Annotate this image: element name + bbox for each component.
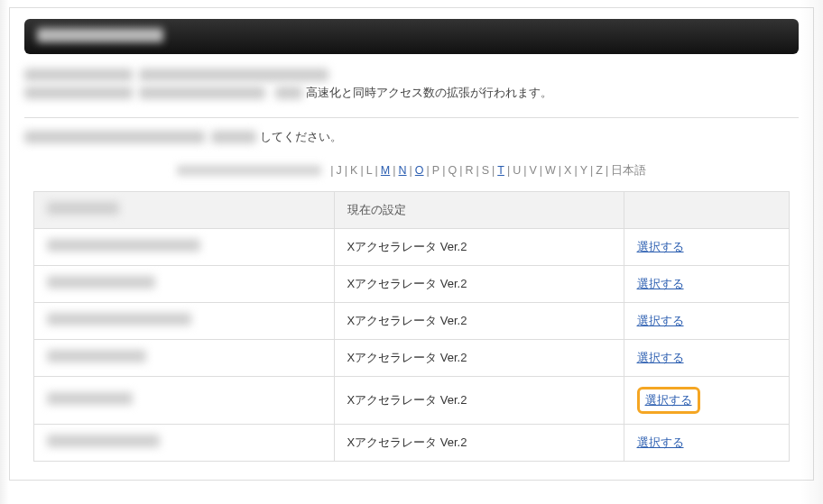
- alpha-separator: |: [427, 164, 430, 177]
- domain-cell: [34, 228, 335, 265]
- alpha-separator: |: [590, 164, 593, 177]
- setting-cell: Xアクセラレータ Ver.2: [334, 265, 624, 302]
- divider: [24, 117, 799, 118]
- domain-name-blurred: [47, 350, 146, 362]
- domain-cell: [34, 424, 335, 461]
- domain-name-blurred: [47, 313, 191, 325]
- select-link[interactable]: 選択する: [637, 277, 684, 290]
- alpha-separator: |: [375, 164, 378, 177]
- table-row: Xアクセラレータ Ver.2選択する: [34, 265, 790, 302]
- select-link[interactable]: 選択する: [645, 393, 692, 407]
- alpha-letter-T[interactable]: T: [497, 164, 504, 177]
- alpha-separator: |: [559, 164, 561, 177]
- action-cell: 選択する: [624, 302, 789, 339]
- domain-name-blurred: [47, 276, 155, 289]
- select-link[interactable]: 選択する: [637, 240, 684, 253]
- alpha-letter-L: L: [366, 164, 373, 177]
- alphabet-filter: |J|K|L|M|N|O|P|Q|R|S|T|U|V|W|X|Y|Z|日本語: [33, 158, 790, 184]
- alpha-separator: |: [393, 164, 395, 177]
- alpha-letter-J: J: [337, 164, 342, 177]
- table-row: Xアクセラレータ Ver.2選択する: [34, 228, 790, 265]
- panel-title-blurred: [37, 28, 163, 42]
- domain-cell: [34, 265, 335, 302]
- instruction-text: してください。: [24, 129, 799, 145]
- intro-text: 高速化と同時アクセス数の拡張が行われます。: [24, 67, 799, 101]
- instruction-suffix: してください。: [260, 130, 342, 143]
- domain-name-blurred: [47, 239, 200, 252]
- alpha-separator: |: [360, 164, 363, 177]
- alpha-separator: |: [492, 164, 495, 177]
- alpha-separator: |: [540, 164, 542, 177]
- alpha-letter-Z: Z: [596, 164, 603, 177]
- setting-cell: Xアクセラレータ Ver.2: [334, 228, 624, 265]
- action-cell: 選択する: [624, 265, 789, 302]
- table-row: Xアクセラレータ Ver.2選択する: [34, 302, 790, 339]
- alpha-letter-R: R: [465, 164, 473, 177]
- setting-cell: Xアクセラレータ Ver.2: [334, 339, 624, 376]
- domain-cell: [34, 339, 335, 376]
- select-link[interactable]: 選択する: [637, 351, 684, 364]
- col-header-action: [624, 191, 789, 228]
- alpha-separator: |: [345, 164, 347, 177]
- alpha-letter-W: W: [545, 164, 556, 177]
- alpha-letter-U: U: [513, 164, 521, 177]
- table-row: Xアクセラレータ Ver.2選択する: [34, 424, 790, 461]
- alpha-letter-P: P: [432, 164, 439, 177]
- action-cell: 選択する: [624, 339, 789, 376]
- action-cell: 選択する: [624, 376, 789, 424]
- settings-panel: 高速化と同時アクセス数の拡張が行われます。 してください。 |J|K|L|M|N…: [9, 7, 814, 481]
- alpha-letter-V: V: [529, 164, 536, 177]
- domain-cell: [34, 376, 335, 424]
- alpha-separator: |: [410, 164, 412, 177]
- col-header-setting: 現在の設定: [334, 191, 624, 228]
- alpha-letter-Y: Y: [580, 164, 587, 177]
- alpha-letter-Q: Q: [448, 164, 457, 177]
- setting-cell: Xアクセラレータ Ver.2: [334, 302, 624, 339]
- domain-table: 現在の設定 Xアクセラレータ Ver.2選択するXアクセラレータ Ver.2選択…: [33, 191, 790, 462]
- alpha-separator: |: [442, 164, 445, 177]
- alpha-separator: |: [459, 164, 462, 177]
- alpha-separator: |: [574, 164, 577, 177]
- select-link[interactable]: 選択する: [637, 435, 684, 449]
- alpha-separator: |: [606, 164, 608, 177]
- action-cell: 選択する: [624, 424, 789, 461]
- alpha-letter-S: S: [482, 164, 489, 177]
- col-header-domain: [34, 191, 335, 228]
- domain-name-blurred: [47, 392, 133, 405]
- select-link[interactable]: 選択する: [637, 314, 684, 327]
- alpha-letter-X: X: [564, 164, 571, 177]
- alpha-letter-N[interactable]: N: [399, 164, 407, 177]
- table-row: Xアクセラレータ Ver.2選択する: [34, 339, 790, 376]
- header-domain-blurred: [47, 202, 119, 215]
- alpha-letter-日本語: 日本語: [611, 164, 646, 177]
- domain-name-blurred: [47, 435, 160, 447]
- alpha-separator: |: [330, 164, 333, 177]
- alpha-letter-M[interactable]: M: [381, 164, 390, 177]
- table-header-row: 現在の設定: [34, 191, 790, 228]
- action-cell: 選択する: [624, 228, 789, 265]
- domain-cell: [34, 302, 335, 339]
- panel-header: [24, 19, 799, 54]
- alpha-letter-K: K: [350, 164, 357, 177]
- highlight-ring: 選択する: [637, 387, 700, 414]
- alpha-separator: |: [507, 164, 510, 177]
- alpha-separator: |: [523, 164, 526, 177]
- alpha-separator: |: [476, 164, 478, 177]
- intro-line2-visible: 高速化と同時アクセス数の拡張が行われます。: [306, 86, 552, 99]
- alpha-blurred-segment: [177, 165, 321, 176]
- table-row: Xアクセラレータ Ver.2選択する: [34, 376, 790, 424]
- alpha-letter-O[interactable]: O: [415, 164, 424, 177]
- setting-cell: Xアクセラレータ Ver.2: [334, 424, 624, 461]
- setting-cell: Xアクセラレータ Ver.2: [334, 376, 624, 424]
